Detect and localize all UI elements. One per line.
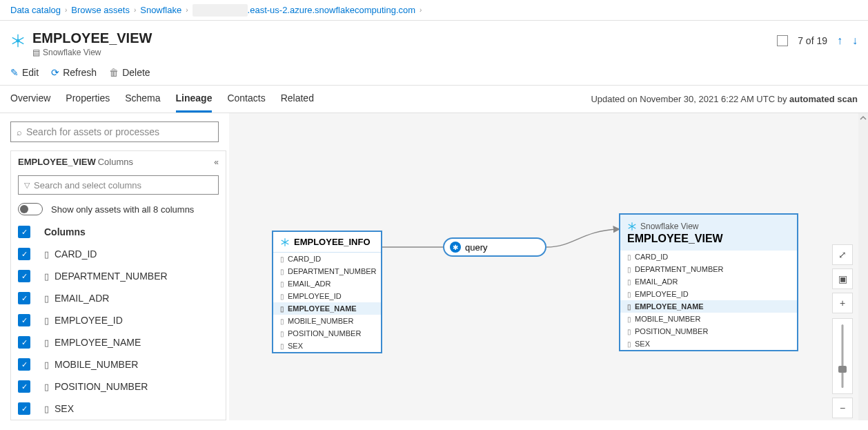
page-subtitle: ▤Snowflake View <box>32 48 777 57</box>
node-column[interactable]: ▯MOBILE_NUMBER <box>273 315 381 327</box>
updated-text: Updated on November 30, 2021 6:22 AM UTC… <box>591 94 858 104</box>
tab-properties[interactable]: Properties <box>66 86 110 113</box>
view-icon: ▤ <box>32 48 40 57</box>
column-icon: ▯ <box>280 330 284 338</box>
column-item[interactable]: ✓▯EMPLOYEE_ID <box>11 309 226 331</box>
tab-lineage[interactable]: Lineage <box>176 86 213 113</box>
column-icon: ▯ <box>280 305 284 313</box>
checkbox-icon[interactable]: ✓ <box>18 380 30 393</box>
checkbox-icon[interactable]: ✓ <box>18 314 30 326</box>
breadcrumb-item[interactable]: Data catalog <box>10 5 61 15</box>
column-search-input[interactable]: ▽Search and select columns <box>18 175 219 195</box>
vertical-scrollbar[interactable] <box>858 113 868 420</box>
collapse-icon[interactable]: « <box>214 157 219 167</box>
node-column[interactable]: ▯CARD_ID <box>620 251 797 263</box>
node-column[interactable]: ▯CARD_ID <box>273 253 381 265</box>
column-item[interactable]: ✓▯MOBILE_NUMBER <box>11 353 226 375</box>
edit-button[interactable]: ✎Edit <box>10 67 39 78</box>
zoom-in-button[interactable]: + <box>832 293 853 313</box>
column-item[interactable]: ✓▯CARD_ID <box>11 243 226 265</box>
tab-overview[interactable]: Overview <box>10 86 50 113</box>
node-column[interactable]: ▯EMPLOYEE_NAME <box>620 300 797 313</box>
node-column[interactable]: ▯POSITION_NUMBER <box>620 325 797 338</box>
node-column[interactable]: ▯EMPLOYEE_ID <box>620 288 797 300</box>
lineage-node-target[interactable]: Snowflake View EMPLOYEE_VIEW ▯CARD_ID▯DE… <box>619 213 798 351</box>
column-icon: ▯ <box>44 338 49 348</box>
column-item[interactable]: ✓▯EMPLOYEE_NAME <box>11 331 226 353</box>
gear-icon: ✱ <box>450 242 461 253</box>
toggle-label: Show only assets with all 8 columns <box>51 204 194 215</box>
refresh-icon: ⟳ <box>51 67 59 78</box>
checkbox-icon[interactable]: ✓ <box>18 402 30 415</box>
column-icon: ▯ <box>280 342 284 350</box>
snowflake-icon <box>627 222 637 231</box>
checkbox-icon[interactable]: ✓ <box>18 270 30 282</box>
select-checkbox[interactable] <box>777 35 788 46</box>
chevron-right-icon: › <box>65 6 67 14</box>
node-column[interactable]: ▯DEPARTMENT_NUMBER <box>620 263 797 275</box>
column-icon: ▯ <box>44 382 49 392</box>
fullscreen-button[interactable]: ⤢ <box>832 244 853 265</box>
prev-arrow-icon[interactable]: ↑ <box>837 35 842 47</box>
lineage-node-source[interactable]: EMPLOYEE_INFO ▯CARD_ID▯DEPARTMENT_NUMBER… <box>272 231 382 353</box>
svg-point-3 <box>17 39 19 42</box>
column-item[interactable]: ✓▯SEX <box>11 398 226 420</box>
snowflake-icon <box>10 33 26 48</box>
node-column[interactable]: ▯SEX <box>620 338 797 350</box>
snowflake-icon <box>280 237 290 247</box>
tabs: OverviewPropertiesSchemaLineageContactsR… <box>10 86 591 113</box>
column-icon: ▯ <box>627 340 631 348</box>
redacted-segment <box>193 4 248 17</box>
checkbox-icon[interactable]: ✓ <box>18 336 30 349</box>
node-column[interactable]: ▯MOBILE_NUMBER <box>620 313 797 325</box>
column-icon: ▯ <box>44 249 49 260</box>
column-icon: ▯ <box>44 293 49 304</box>
node-column[interactable]: ▯SEX <box>273 340 381 352</box>
column-icon: ▯ <box>280 293 284 300</box>
column-icon: ▯ <box>44 360 49 370</box>
tab-schema[interactable]: Schema <box>125 86 160 113</box>
lineage-canvas[interactable]: EMPLOYEE_INFO ▯CARD_ID▯DEPARTMENT_NUMBER… <box>229 113 868 420</box>
column-item[interactable]: ✓▯EMAIL_ADR <box>11 287 226 309</box>
show-all-toggle[interactable] <box>18 203 43 215</box>
node-column[interactable]: ▯POSITION_NUMBER <box>273 327 381 340</box>
search-input[interactable]: ⌕Search for assets or processes <box>10 121 219 142</box>
delete-button[interactable]: 🗑Delete <box>109 67 150 78</box>
panel-suffix: Columns <box>98 157 133 167</box>
check-all-icon[interactable]: ✓ <box>18 226 30 238</box>
breadcrumb-item[interactable]: Snowflake <box>140 5 181 15</box>
panel-title: EMPLOYEE_VIEW <box>18 157 96 167</box>
refresh-button[interactable]: ⟳Refresh <box>51 67 97 78</box>
fit-button[interactable]: ▣ <box>832 268 853 289</box>
checkbox-icon[interactable]: ✓ <box>18 248 30 260</box>
tab-contacts[interactable]: Contacts <box>227 86 265 113</box>
node-column[interactable]: ▯EMAIL_ADR <box>620 275 797 288</box>
zoom-slider[interactable] <box>832 318 853 394</box>
page-title: EMPLOYEE_VIEW <box>32 30 777 46</box>
column-item[interactable]: ✓▯POSITION_NUMBER <box>11 375 226 398</box>
node-column[interactable]: ▯EMPLOYEE_ID <box>273 290 381 302</box>
checkbox-icon[interactable]: ✓ <box>18 358 30 371</box>
node-column[interactable]: ▯DEPARTMENT_NUMBER <box>273 265 381 277</box>
node-column[interactable]: ▯EMPLOYEE_NAME <box>273 302 381 315</box>
search-icon: ⌕ <box>17 127 22 137</box>
column-item[interactable]: ✓▯DEPARTMENT_NUMBER <box>11 265 226 287</box>
column-icon: ▯ <box>280 268 284 275</box>
columns-header: Columns <box>44 226 86 237</box>
column-icon: ▯ <box>280 317 284 325</box>
node-column[interactable]: ▯EMAIL_ADR <box>273 277 381 290</box>
column-icon: ▯ <box>627 315 631 323</box>
tab-related[interactable]: Related <box>281 86 314 113</box>
next-arrow-icon[interactable]: ↓ <box>852 35 858 47</box>
chevron-right-icon: › <box>186 6 188 14</box>
column-icon: ▯ <box>44 315 49 326</box>
filter-icon: ▽ <box>24 181 30 190</box>
breadcrumb-item[interactable]: Browse assets <box>71 5 130 15</box>
column-icon: ▯ <box>627 266 631 273</box>
breadcrumb-host[interactable]: .east-us-2.azure.snowflakecomputing.com <box>248 5 416 15</box>
chevron-right-icon: › <box>420 6 422 14</box>
column-icon: ▯ <box>44 271 49 282</box>
zoom-out-button[interactable]: − <box>832 398 853 418</box>
lineage-process-query[interactable]: ✱ query <box>443 237 546 257</box>
checkbox-icon[interactable]: ✓ <box>18 292 30 304</box>
